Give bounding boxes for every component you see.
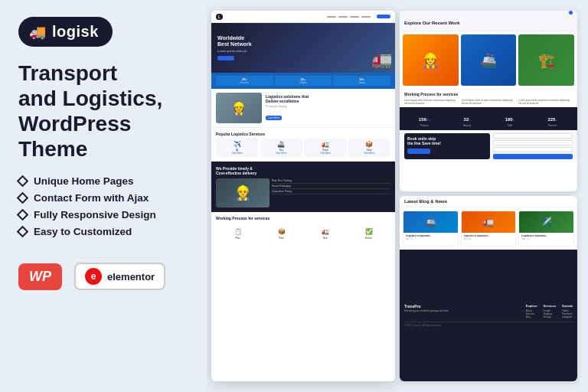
tr-booking: Book onlin skipthe line Save time! [400,130,577,162]
logo-text: logisk [52,23,99,41]
process-step-2: 📦 Pack [278,223,286,240]
service-3-link[interactable]: View More [305,152,345,155]
footer-section: TransPro Delivering your worldone packag… [400,250,577,381]
recent-work-photo-3: 🏗️ [518,34,574,86]
footer-tagline: Delivering your worldone package at a ti… [404,309,449,312]
logistics-content: 👷 Logistics solutions thatDeliver excell… [216,93,390,123]
footer-bottom: © 2024 TransPro. All rights reserved. [404,322,573,327]
service-card-2: 🚢 Sea View More [260,139,303,157]
booking-left: Book onlin skipthe line Save time! [404,133,490,159]
hero-subtitle: Lorem ipsum dolor sit [217,49,252,53]
recent-work-photo-2: 🚢 [461,34,517,86]
diamond-icon-4 [17,226,29,238]
process-icons: 📋 Plan 📦 Pack 🚛 Ship ✅ Deliver [216,223,390,240]
tr-stat-3: 180+ Staff [490,110,531,127]
hero-title: WorldwideBest Network [217,35,252,48]
diamond-icon-1 [17,175,29,188]
process-step-3: 🚛 Ship [322,223,329,240]
stat-3: 10+ Years [333,76,390,86]
dark-section-content: 👷‍♂️ Real-Time Tracking Secure Packaging… [216,178,390,207]
nav-link-3 [350,16,359,18]
blog-content-3: Logistics is important... Mar 15 [519,233,573,242]
booking-input-2[interactable] [493,140,573,145]
booking-form [493,133,573,159]
dark-delivery-section: We Provide timely &Cost-effective delive… [211,162,395,212]
process-step-4-label: Deliver [365,237,373,240]
tr-process-col-3: Lorem ipsum dolor sit amet consectetur a… [518,99,573,105]
badges-row: WP e elementor [18,263,165,290]
footer-col-2-link-3[interactable]: Storage [544,315,556,318]
stat-3-label: Years [335,81,389,84]
blog-title: Latest Blog & News [404,199,573,204]
services-grid: ✈️ Air View More 🚢 Sea View More 🚛 Road … [216,139,390,157]
tr-stat-3-num: 180 [505,117,513,122]
booking-submit-button[interactable] [493,154,573,159]
booking-button[interactable] [407,149,430,154]
tr-stat-1: 156K+ Projects [404,110,445,127]
services-section: Popular Logistics Services ✈️ Air View M… [211,128,395,162]
feature-item-3: Fully Responsive Design [18,209,156,220]
blog-grid: 🚢 Logistics is important... Mar 21 🚛 Log… [400,207,577,250]
footer-brand: TransPro [404,304,449,309]
feature-item-1: Unique Home Pages [18,175,156,187]
feature-item-2: Contact Form with Ajax [18,192,156,204]
blog-card-3: ✈️ Logistics is important... Mar 15 [518,211,574,247]
diamond-icon-2 [17,192,29,204]
blog-image-2: 🚛 [462,211,516,233]
footer-col-3-link-3[interactable]: Instagram [562,315,573,318]
wp-badge: WP [18,263,62,290]
footer-col-1-link-3[interactable]: Blog [526,315,537,318]
blog-date-1: Mar 21 [406,237,456,240]
process-step-4: ✅ Deliver [365,223,373,240]
logistics-text: Logistics solutions thatDeliver excellen… [264,93,390,123]
service-2-link[interactable]: View More [262,152,302,155]
footer-copyright: © 2024 TransPro. All rights reserved. [404,324,442,327]
blog-date-2: Mar 18 [464,237,514,240]
recent-work-photo-1: 👷 [403,34,459,86]
logistics-badge: Learn More [266,116,282,120]
process-step-1: 📋 Plan [234,223,242,240]
process-step-3-label: Ship [322,237,329,240]
features-list: Unique Home Pages Contact Form with Ajax… [18,175,156,243]
logistics-desc: Providing & shipping [266,105,389,108]
nav-cta-button[interactable] [377,15,390,18]
booking-title: Book onlin skipthe line Save time! [407,136,487,145]
road-freight-icon: 🚛 [305,141,345,148]
elementor-text: elementor [107,271,155,283]
footer-col-2-title: Services [544,304,556,308]
delivery-feature-1: Real-Time Tracking [272,178,390,184]
main-preview: L WorldwideBest Network Lorem ipsum dolo… [211,11,395,381]
service-card-1: ✈️ Air View More [216,139,259,157]
booking-input-1[interactable] [493,133,573,139]
tr-stat-2-label: Awards [447,124,488,127]
main-title: Transportand Logistics,WordPress Theme [18,60,188,162]
blog-content-2: Logistics is important... Mar 18 [462,233,516,242]
workers-image: 👷‍♂️ [216,178,270,207]
sea-freight-icon: 🚢 [262,141,302,148]
elementor-badge: e elementor [74,263,165,290]
tr-stat-1-label: Projects [404,124,445,127]
footer-col-2: Services Freight Shipping Storage [544,304,556,318]
tr-process-title: Working Process for services [404,92,573,96]
tr-header: Explore Our Recent Work [400,11,577,31]
service-4-link[interactable]: View More [350,152,390,155]
tr-title: Explore Our Recent Work [404,21,460,25]
delivery-features-list: Real-Time Tracking Secure Packaging Comp… [272,178,390,207]
bottom-right-preview: Latest Blog & News 🚢 Logistics is import… [400,196,577,381]
process-section: Working Process for services 📋 Plan 📦 Pa… [211,212,395,243]
blog-date-3: Mar 15 [521,237,571,240]
service-1-link[interactable]: View More [217,152,257,155]
diamond-icon-3 [17,209,29,221]
tr-stats-dark: 156K+ Projects 32+ Awards 180+ Staff 225… [400,107,577,130]
stat-1: 29+ Services [216,76,273,86]
hero-cta-button[interactable] [217,56,234,60]
left-panel: 🚚 logisk Transportand Logistics,WordPres… [0,0,207,392]
footer-col-1: Explore About Services Blog [526,304,537,318]
footer-col-3: Socials Twitter Facebook Instagram [562,304,573,318]
logistics-image: 👷 [216,93,262,123]
booking-input-3[interactable] [493,147,573,152]
preview-logo: L [216,14,223,20]
footer-top: TransPro Delivering your worldone packag… [404,304,573,318]
tr-stat-3-label: Staff [490,124,531,127]
footer-columns: Explore About Services Blog Services Fre… [453,304,573,318]
